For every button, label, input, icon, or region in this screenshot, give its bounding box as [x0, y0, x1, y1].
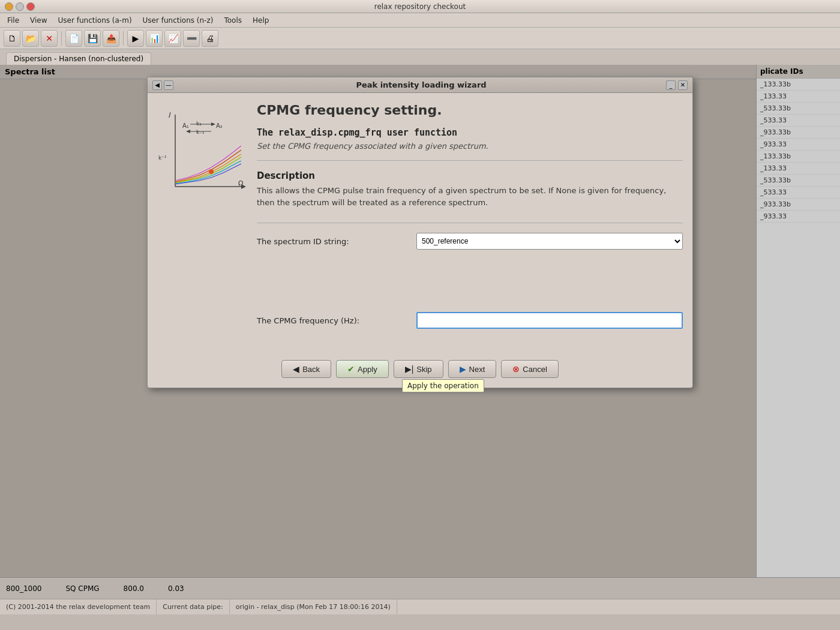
toolbar-separator-1: [61, 31, 62, 46]
toolbar-open-file[interactable]: 📄: [65, 30, 82, 47]
modal-icon: ◀: [152, 80, 162, 90]
section-subtitle: Set the CPMG frequency associated with a…: [257, 142, 683, 151]
tab-dispersion[interactable]: Dispersion - Hansen (non-clustered): [6, 52, 151, 65]
maximize-button[interactable]: [16, 2, 24, 11]
window-controls[interactable]: [5, 2, 35, 11]
divider-1: [257, 160, 683, 161]
spectrum-id-label: The spectrum ID string:: [257, 237, 407, 246]
svg-text:I: I: [168, 111, 171, 119]
modal-shade[interactable]: —: [164, 80, 173, 90]
modal-dialog: ◀ — Peak intensity loading wizard _ ✕: [147, 77, 693, 388]
desc-title: Description: [257, 170, 683, 181]
cpmg-freq-label: The CPMG frequency (Hz):: [257, 316, 407, 325]
apply-tooltip: Apply the operation: [402, 379, 484, 392]
modal-minimize-button[interactable]: _: [666, 80, 676, 90]
modal-spacer: [257, 264, 683, 312]
menu-user-functions-nz[interactable]: User functions (n-z): [138, 15, 218, 26]
close-button[interactable]: [26, 2, 35, 11]
cpmg-freq-row: The CPMG frequency (Hz):: [257, 312, 683, 329]
modal-heading: CPMG frequency setting.: [257, 103, 683, 118]
back-icon: ◀: [293, 364, 299, 374]
minimize-button[interactable]: [5, 2, 13, 11]
svg-point-14: [209, 169, 214, 174]
tab-bar: Dispersion - Hansen (non-clustered): [0, 49, 840, 65]
next-icon: ▶: [460, 364, 466, 374]
modal-overlay: ◀ — Peak intensity loading wizard _ ✕: [0, 65, 840, 614]
back-button[interactable]: ◀ Back: [281, 360, 331, 378]
skip-icon: ▶|: [405, 364, 414, 374]
toolbar-bar-chart[interactable]: 📈: [164, 30, 181, 47]
status-bar: (C) 2001-2014 the relax development team…: [0, 599, 840, 614]
toolbar-run[interactable]: ▶: [127, 30, 144, 47]
menu-view[interactable]: View: [25, 15, 52, 26]
back-label: Back: [302, 365, 320, 374]
toolbar-export[interactable]: 📤: [103, 30, 119, 47]
modal-titlebar: ◀ — Peak intensity loading wizard _ ✕: [148, 77, 692, 93]
divider-2: [257, 223, 683, 223]
next-button[interactable]: ▶ Next: [448, 360, 497, 378]
apply-button[interactable]: ✔ Apply: [336, 360, 389, 378]
apply-label: Apply: [358, 365, 377, 374]
next-label: Next: [469, 365, 485, 374]
spectrum-id-select[interactable]: 500_reference 500_50 500_100 500_200 500…: [416, 233, 683, 250]
svg-marker-12: [186, 130, 190, 133]
window-title: relax repository checkout: [35, 2, 805, 11]
status-pipe-value: origin - relax_disp (Mon Feb 17 18:00:16…: [230, 599, 397, 614]
menu-tools[interactable]: Tools: [219, 15, 247, 26]
svg-text:A₁: A₁: [182, 122, 189, 129]
modal-content: CPMG frequency setting. The relax_disp.c…: [257, 103, 683, 343]
cancel-button[interactable]: ⊗ Cancel: [501, 360, 558, 378]
section-title: The relax_disp.cpmg_frq user function: [257, 127, 683, 138]
modal-controls[interactable]: _ ✕: [666, 80, 688, 90]
modal-title: Peak intensity loading wizard: [176, 80, 666, 89]
toolbar-print[interactable]: 🖨: [202, 30, 218, 47]
toolbar-new[interactable]: 🗋: [4, 30, 20, 47]
modal-close-button[interactable]: ✕: [678, 80, 688, 90]
cancel-icon: ⊗: [512, 364, 520, 374]
toolbar-minus[interactable]: ➖: [183, 30, 200, 47]
svg-marker-10: [211, 122, 215, 126]
toolbar: 🗋 📂 ✕ 📄 💾 📤 ▶ 📊 📈 ➖ 🖨: [0, 28, 840, 49]
title-bar: relax repository checkout: [0, 0, 840, 13]
desc-text: This allows the CPMG pulse train frequen…: [257, 185, 683, 208]
svg-text:A₂: A₂: [216, 122, 223, 129]
cancel-label: Cancel: [523, 365, 547, 374]
status-pipe-label: Current data pipe:: [157, 599, 230, 614]
svg-text:k₁: k₁: [196, 121, 202, 127]
apply-icon: ✔: [347, 364, 355, 374]
svg-text:k₋₁: k₋₁: [196, 129, 205, 135]
modal-footer: ◀ Back ✔ Apply ▶| Skip ▶ Next ⊗ Cancel: [148, 353, 692, 388]
illustration: I Ω k₁ k₋₁ A₁ A₂: [157, 103, 247, 343]
toolbar-separator-2: [123, 31, 124, 46]
skip-button[interactable]: ▶| Skip: [394, 360, 443, 378]
menu-file[interactable]: File: [2, 15, 24, 26]
svg-text:k⁻¹: k⁻¹: [158, 155, 167, 161]
menu-help[interactable]: Help: [248, 15, 274, 26]
toolbar-save[interactable]: 💾: [84, 30, 101, 47]
status-copyright: (C) 2001-2014 the relax development team: [0, 599, 157, 614]
toolbar-close[interactable]: ✕: [41, 30, 58, 47]
spectrum-id-row: The spectrum ID string: 500_reference 50…: [257, 233, 683, 250]
cpmg-freq-input[interactable]: [416, 312, 683, 329]
skip-label: Skip: [416, 365, 431, 374]
modal-body: I Ω k₁ k₋₁ A₁ A₂: [148, 93, 692, 353]
toolbar-open[interactable]: 📂: [22, 30, 39, 47]
toolbar-chart[interactable]: 📊: [146, 30, 163, 47]
menu-user-functions-am[interactable]: User functions (a-m): [53, 15, 137, 26]
main-area: Spectra list plicate IDs _133.33b _133.3…: [0, 65, 840, 614]
svg-marker-4: [241, 184, 246, 189]
menu-bar: File View User functions (a-m) User func…: [0, 13, 840, 28]
